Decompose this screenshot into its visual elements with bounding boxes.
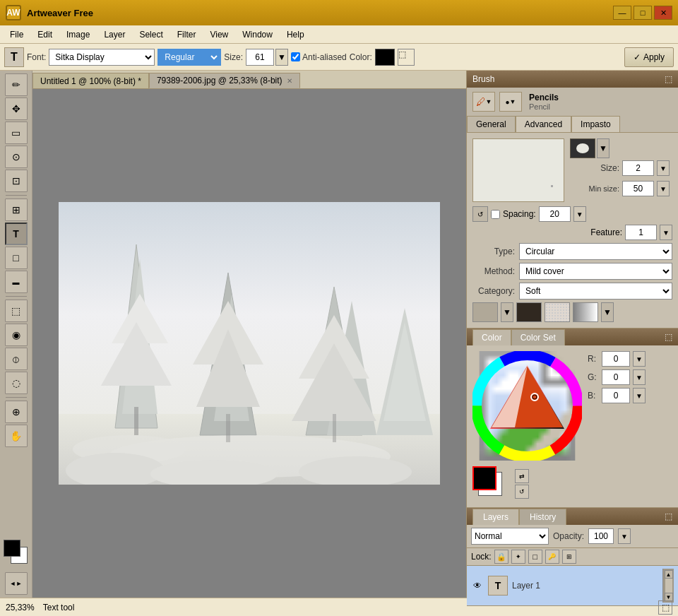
menu-filter[interactable]: Filter [170,28,203,41]
size-spin[interactable]: ▼ [275,49,288,66]
shape-dropdown-arrow[interactable]: ▼ [597,138,609,158]
feature-reset-button[interactable]: ↺ [472,206,488,222]
menu-edit[interactable]: Edit [30,28,59,41]
statusbar-icon[interactable]: ⬚ [658,600,672,615]
stamp-tool[interactable]: ◉ [5,324,28,346]
tab-untitled[interactable]: Untitled 1 @ 100% (8-bit) * [32,73,149,88]
close-button[interactable]: ✕ [654,6,672,20]
r-input[interactable] [602,351,630,367]
texture-1[interactable] [472,302,498,322]
shape-tool[interactable]: □ [5,247,28,269]
fg-swatch-panel[interactable] [472,466,496,490]
blur-tool[interactable]: ◌ [5,372,28,394]
feature-checkbox[interactable] [491,210,500,219]
font-select[interactable]: Sitka Display [49,49,155,66]
menu-view[interactable]: View [203,28,235,41]
copy-color-button[interactable]: ⬚ [398,49,415,66]
color-tab-color[interactable]: Color [472,329,511,345]
texture-2[interactable] [516,302,542,322]
brush-tab-general[interactable]: General [467,116,516,132]
brush-tab-advanced[interactable]: Advanced [516,116,571,132]
apply-button[interactable]: ✓ Apply [624,47,674,67]
brush-shape-button[interactable] [570,138,595,158]
maximize-button[interactable]: □ [634,6,652,20]
texture-4[interactable] [573,302,598,322]
grid-tool[interactable]: ⊞ [5,199,28,221]
method-select[interactable]: Mild cover [519,263,672,280]
blend-mode-select[interactable]: Normal [471,528,549,545]
menu-select[interactable]: Select [132,28,170,41]
layer-visibility-icon[interactable]: 👁 [471,579,484,592]
feature-spin[interactable]: ▼ [660,225,672,240]
fg-color-swatch[interactable] [4,540,20,557]
brush-size-input[interactable] [622,160,654,176]
pencil-tool[interactable]: ✏ [5,73,28,96]
brush-tab-impasto[interactable]: Impasto [571,116,620,132]
lock-transparent-button[interactable]: □ [528,550,542,564]
color-swatch[interactable] [375,49,395,66]
opacity-input[interactable] [588,528,614,544]
extra-tool[interactable]: ◄► [5,572,28,595]
layers-header: Layers History ⬚ [467,508,678,525]
layers-tab-history[interactable]: History [519,509,566,525]
color-tab-colorset[interactable]: Color Set [511,329,565,345]
lock-all-button[interactable]: 🔑 [545,550,559,564]
tab-photo[interactable]: 79389-2006.jpg @ 25,33% (8-bit) ✕ [149,73,300,88]
spacing-spin[interactable]: ▼ [573,206,586,222]
menu-layer[interactable]: Layer [97,28,132,41]
spacing-input[interactable] [539,206,571,222]
lock-extra-button[interactable]: ⊞ [562,550,576,564]
g-spin[interactable]: ▼ [633,369,646,385]
texture-1-arrow[interactable]: ▼ [501,302,513,322]
font-style-select[interactable]: Regular [157,49,221,66]
scroll-up-arrow[interactable]: ▲ [665,570,673,579]
swap-colors-button[interactable]: ⇄ [515,469,529,483]
hand-tool[interactable]: ✋ [5,425,28,447]
gradient-tool[interactable]: ▬ [5,271,28,293]
move-tool[interactable]: ✥ [5,97,28,120]
paint-tool[interactable]: ⬚ [5,300,28,322]
layers-expand-icon[interactable]: ⬚ [665,511,672,521]
layer-item[interactable]: 👁 T Layer 1 ▲ ▼ [467,566,678,606]
b-input[interactable] [602,388,630,403]
brush-dot-button[interactable]: ● ▼ [499,92,522,112]
b-slider-row: B: ▼ [588,388,672,403]
lasso-tool[interactable]: ⊙ [5,146,28,168]
size-input[interactable] [246,49,274,66]
brush-size-spin[interactable]: ▼ [657,160,670,176]
menu-file[interactable]: File [3,28,30,41]
texture-row: ▼ ▼ [472,302,672,322]
min-size-input[interactable] [622,181,654,196]
crop-tool[interactable]: ⊡ [5,170,28,192]
menu-image[interactable]: Image [59,28,97,41]
menu-help[interactable]: Help [280,28,311,41]
anti-alias-checkbox[interactable] [291,52,300,61]
eyedropper-tool[interactable]: ⦶ [5,348,28,370]
snow-background [59,202,440,485]
texture-3[interactable] [545,302,570,322]
brush-type-button[interactable]: 🖊 ▼ [472,92,495,112]
minimize-button[interactable]: — [613,6,631,20]
text-tool[interactable]: T [5,223,28,245]
canvas-wrapper[interactable] [32,89,466,598]
r-spin[interactable]: ▼ [633,351,646,367]
selection-tool[interactable]: ▭ [5,122,28,144]
feature-input[interactable] [625,225,657,240]
opacity-spin[interactable]: ▼ [618,528,631,544]
lock-position-button[interactable]: ✦ [511,550,525,564]
lock-pixels-button[interactable]: 🔒 [494,550,509,564]
category-select[interactable]: Soft [519,283,672,300]
color-wheel[interactable] [472,351,582,461]
layers-tab-layers[interactable]: Layers [472,509,519,525]
min-size-spin[interactable]: ▼ [657,181,670,196]
zoom-tool[interactable]: ⊕ [5,401,28,423]
menu-window[interactable]: Window [235,28,280,41]
color-expand-icon[interactable]: ⬚ [665,332,672,342]
texture-4-arrow[interactable]: ▼ [601,302,614,322]
b-spin[interactable]: ▼ [633,388,646,403]
type-select[interactable]: Circular [519,243,672,260]
tab-close-icon[interactable]: ✕ [287,77,292,85]
brush-expand-icon[interactable]: ⬚ [665,74,672,84]
g-input[interactable] [602,369,630,385]
reset-colors-button[interactable]: ↺ [515,485,529,499]
